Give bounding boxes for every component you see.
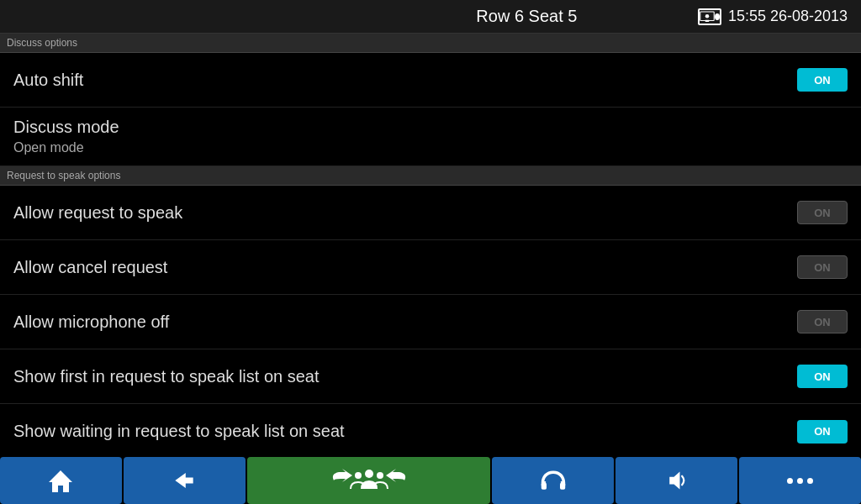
header-right: 15:55 26-08-2013 (698, 8, 848, 25)
home-button[interactable] (0, 457, 122, 504)
auto-shift-toggle[interactable]: ON (797, 68, 848, 92)
back-button[interactable] (124, 457, 246, 504)
svg-point-5 (355, 472, 362, 479)
discuss-button[interactable] (247, 457, 491, 504)
discuss-mode-value: Open mode (13, 140, 848, 155)
seat-icon (698, 8, 721, 25)
page-title: Row 6 Seat 5 (356, 7, 698, 26)
discuss-icon (319, 465, 420, 496)
home-icon (47, 467, 74, 494)
allow-microphone-off-row: Allow microphone off ON (0, 295, 861, 349)
speaker-icon (665, 469, 689, 492)
headphone-button[interactable] (492, 457, 614, 504)
svg-point-6 (377, 472, 383, 479)
svg-point-4 (365, 470, 373, 478)
allow-microphone-off-toggle[interactable]: ON (797, 310, 848, 333)
discuss-mode-title: Discuss mode (13, 118, 848, 137)
content-area: Discuss options Auto shift ON Discuss mo… (0, 34, 861, 470)
auto-shift-label: Auto shift (13, 71, 83, 90)
svg-rect-7 (541, 483, 547, 490)
allow-request-to-speak-toggle[interactable]: ON (797, 201, 848, 224)
show-waiting-in-request-toggle[interactable]: ON (797, 420, 848, 444)
allow-request-to-speak-row: Allow request to speak ON (0, 186, 861, 240)
show-first-in-request-row: Show first in request to speak list on s… (0, 349, 861, 404)
back-icon (171, 470, 198, 491)
show-first-in-request-label: Show first in request to speak list on s… (13, 367, 320, 386)
show-waiting-in-request-label: Show waiting in request to speak list on… (13, 422, 345, 441)
toolbar (0, 457, 861, 504)
svg-rect-2 (705, 19, 710, 21)
show-first-in-request-toggle[interactable]: ON (797, 365, 848, 388)
allow-cancel-request-label: Allow cancel request (13, 258, 167, 277)
svg-point-1 (705, 14, 710, 18)
auto-shift-row: Auto shift ON (0, 53, 861, 108)
allow-microphone-off-label: Allow microphone off (13, 312, 169, 332)
speaker-button[interactable] (615, 457, 737, 504)
allow-request-to-speak-label: Allow request to speak (13, 203, 182, 223)
svg-rect-8 (560, 483, 565, 490)
svg-marker-9 (669, 472, 679, 490)
svg-marker-3 (49, 470, 72, 492)
allow-cancel-request-toggle[interactable]: ON (797, 255, 848, 279)
datetime: 15:55 26-08-2013 (728, 8, 848, 25)
more-icon (787, 478, 813, 484)
allow-cancel-request-row: Allow cancel request ON (0, 240, 861, 295)
request-to-speak-section-header: Request to speak options (0, 166, 861, 186)
header: Row 6 Seat 5 15:55 26-08-2013 (0, 0, 861, 34)
show-waiting-in-request-row: Show waiting in request to speak list on… (0, 404, 861, 459)
discuss-mode-block: Discuss mode Open mode (0, 108, 861, 166)
more-button[interactable] (739, 457, 861, 504)
headphone-icon (540, 469, 567, 492)
discuss-options-section-header: Discuss options (0, 34, 861, 53)
